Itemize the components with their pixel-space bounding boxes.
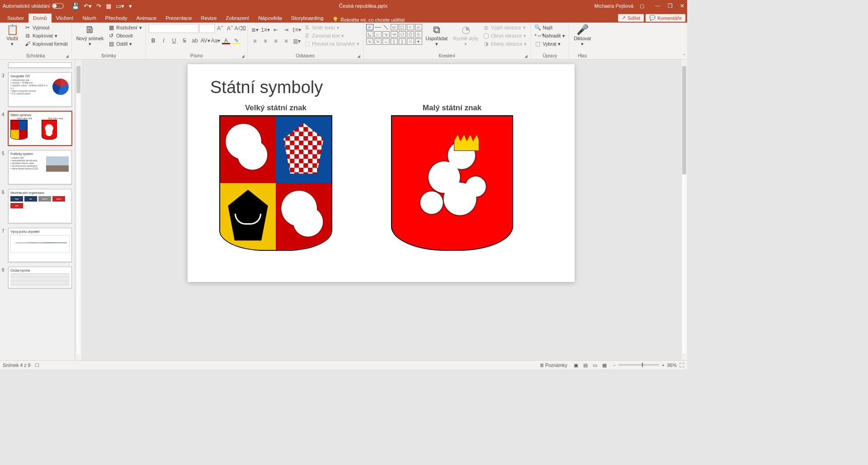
shadow-icon[interactable]: ab: [190, 36, 199, 45]
zoom-control[interactable]: − + 86% ⛶: [613, 362, 684, 368]
tab-file[interactable]: Soubor: [3, 14, 28, 23]
shape-outline-button[interactable]: ◯Obrys obrazce ▾: [482, 32, 528, 39]
align-center-icon[interactable]: ≡: [261, 37, 270, 46]
slide-title[interactable]: Státní symboly: [210, 78, 552, 97]
font-name-input[interactable]: [149, 24, 198, 33]
slide-canvas-area[interactable]: Státní symboly Velký státní znak Malý st…: [81, 60, 681, 360]
greater-coat-of-arms[interactable]: Velký státní znak: [219, 103, 332, 251]
autosave-toggle[interactable]: Automatické ukládání: [3, 3, 64, 9]
tell-me-search[interactable]: 💡 Řekněte mi, co chcete udělat: [332, 17, 405, 23]
spacing-icon[interactable]: AV▾: [201, 36, 210, 45]
decrease-font-icon[interactable]: A˅: [226, 24, 235, 33]
clear-format-icon[interactable]: A⌫: [236, 24, 245, 33]
reading-view-icon[interactable]: ▭: [591, 362, 599, 368]
new-slide-button[interactable]: 🗎 Nový snímek▾: [75, 24, 106, 47]
redo-icon[interactable]: ↷: [96, 3, 101, 9]
ribbon-display-icon[interactable]: ▢: [640, 3, 644, 9]
thumb-slide-6[interactable]: Mezinárodní organizace OSN RE OECD NATO …: [8, 189, 72, 223]
section-button[interactable]: ▤Oddíl ▾: [107, 40, 143, 47]
cut-button[interactable]: ✂Vyjmout: [24, 24, 69, 31]
layout-button[interactable]: ▦Rozložení ▾: [107, 24, 143, 31]
close-icon[interactable]: ✕: [680, 3, 684, 9]
paragraph-dialog-icon[interactable]: ◢: [357, 54, 360, 58]
align-text-button[interactable]: ⇵Zarovnat text ▾: [303, 32, 360, 39]
tab-insert[interactable]: Vložení: [52, 14, 78, 23]
undo-icon[interactable]: ↶▾: [84, 3, 92, 9]
thumb-slide-5[interactable]: Politický systém • unitární stát• zastup…: [8, 150, 72, 184]
clipboard-dialog-icon[interactable]: ◢: [66, 54, 69, 58]
comments-button[interactable]: 💬Komentáře: [646, 14, 685, 22]
collapse-ribbon-icon[interactable]: ˄: [683, 53, 685, 58]
touch-mode-icon[interactable]: ▭▾: [116, 3, 124, 9]
bold-icon[interactable]: B: [149, 36, 158, 45]
canvas-scrollbar[interactable]: [681, 60, 687, 360]
tab-review[interactable]: Revize: [196, 14, 221, 23]
spellcheck-icon[interactable]: ☐: [35, 362, 39, 368]
tab-slideshow[interactable]: Prezentace: [161, 14, 196, 23]
slideshow-view-icon[interactable]: ▦: [600, 362, 609, 368]
indent-inc-icon[interactable]: ⇥: [282, 25, 291, 34]
zoom-in-icon[interactable]: +: [662, 362, 665, 368]
copy-button[interactable]: ⧉Kopírovat ▾: [24, 32, 69, 39]
tab-view[interactable]: Zobrazení: [222, 14, 254, 23]
text-direction-button[interactable]: ⇅Směr textu ▾: [303, 24, 360, 31]
zoom-slider[interactable]: [618, 364, 659, 366]
align-left-icon[interactable]: ≡: [250, 37, 259, 46]
share-button[interactable]: ↗Sdílet: [618, 14, 644, 22]
notes-button[interactable]: ≣ Poznámky: [540, 362, 567, 368]
save-icon[interactable]: 💾: [72, 3, 79, 9]
maximize-icon[interactable]: ❐: [668, 3, 673, 9]
case-icon[interactable]: Aa▾: [211, 36, 220, 45]
minimize-icon[interactable]: —: [655, 3, 660, 9]
find-button[interactable]: 🔍Najít: [533, 24, 566, 31]
slide[interactable]: Státní symboly Velký státní znak Malý st…: [188, 64, 575, 282]
replace-button[interactable]: ᵃ↔ᵇNahradit ▾: [533, 32, 566, 39]
underline-icon[interactable]: U: [170, 36, 179, 45]
thumb-slide-7[interactable]: Vývoj počtu obyvatel: [8, 228, 72, 262]
shapes-gallery[interactable]: A▭▢○▱ ◺⌐↘⇒⬡⬠◇ ∿∿⌣{}☆▾: [366, 24, 422, 45]
paste-button[interactable]: 📋 Vložit▾: [3, 24, 22, 47]
normal-view-icon[interactable]: ▣: [572, 362, 580, 368]
font-dialog-icon[interactable]: ◢: [241, 54, 245, 58]
format-painter-button[interactable]: 🖌Kopírovat formát: [24, 40, 69, 47]
slide-counter[interactable]: Snímek 4 z 9: [3, 362, 30, 368]
line-spacing-icon[interactable]: ‡≡▾: [292, 25, 301, 34]
slide-thumbnails[interactable]: 3 Geografie ČR • vnitrozemský stát• rozl…: [0, 60, 75, 360]
zoom-value[interactable]: 86%: [667, 362, 677, 368]
columns-icon[interactable]: ▥▾: [292, 37, 301, 46]
bullets-icon[interactable]: ≣▾: [250, 25, 259, 34]
thumb-slide-4[interactable]: Státní symboly Velký státní znak Malý st…: [8, 111, 72, 146]
shape-effects-button[interactable]: ◑Efekty obrazce ▾: [482, 40, 528, 47]
dictate-button[interactable]: 🎤Diktovat▾: [572, 24, 593, 47]
present-from-start-icon[interactable]: ▦: [106, 3, 111, 9]
thumb-slide-8[interactable]: Česká hymna: [8, 267, 72, 288]
sorter-view-icon[interactable]: ▤: [581, 362, 590, 368]
thumbnails-scrollbar[interactable]: [75, 60, 81, 360]
lesser-coat-of-arms[interactable]: Malý státní znak: [391, 103, 513, 251]
align-right-icon[interactable]: ≡: [271, 37, 280, 46]
numbering-icon[interactable]: 1≡▾: [261, 25, 270, 34]
reset-button[interactable]: ↺Obnovit: [107, 32, 143, 39]
tab-home[interactable]: Domů: [28, 14, 52, 23]
italic-icon[interactable]: I: [159, 36, 168, 45]
tab-help[interactable]: Nápověda: [254, 14, 286, 23]
arrange-button[interactable]: ⧉Uspořádat▾: [424, 24, 449, 47]
autosave-switch-icon[interactable]: [52, 3, 64, 9]
justify-icon[interactable]: ≡: [282, 37, 291, 46]
fit-window-icon[interactable]: ⛶: [679, 362, 684, 368]
shape-fill-button[interactable]: ◍Výplň obrazce ▾: [482, 24, 528, 31]
indent-dec-icon[interactable]: ⇤: [271, 25, 280, 34]
highlight-icon[interactable]: ✎: [232, 36, 241, 45]
strike-icon[interactable]: S̶: [180, 36, 189, 45]
tab-design[interactable]: Návrh: [78, 14, 101, 23]
drawing-dialog-icon[interactable]: ◢: [524, 54, 528, 58]
select-button[interactable]: ⬚Vybrat ▾: [533, 40, 566, 47]
font-size-input[interactable]: [199, 24, 215, 33]
tab-transitions[interactable]: Přechody: [101, 14, 132, 23]
quick-styles-button[interactable]: ◔Rychlé styly▾: [451, 24, 480, 47]
font-color-icon[interactable]: A: [222, 36, 231, 45]
convert-smartart-button[interactable]: ⬚Převést na SmartArt ▾: [303, 40, 360, 47]
zoom-out-icon[interactable]: −: [613, 362, 616, 368]
qat-more-icon[interactable]: ▾: [129, 3, 132, 9]
thumb-slide-3[interactable]: Geografie ČR • vnitrozemský stát• rozloh…: [8, 72, 72, 107]
